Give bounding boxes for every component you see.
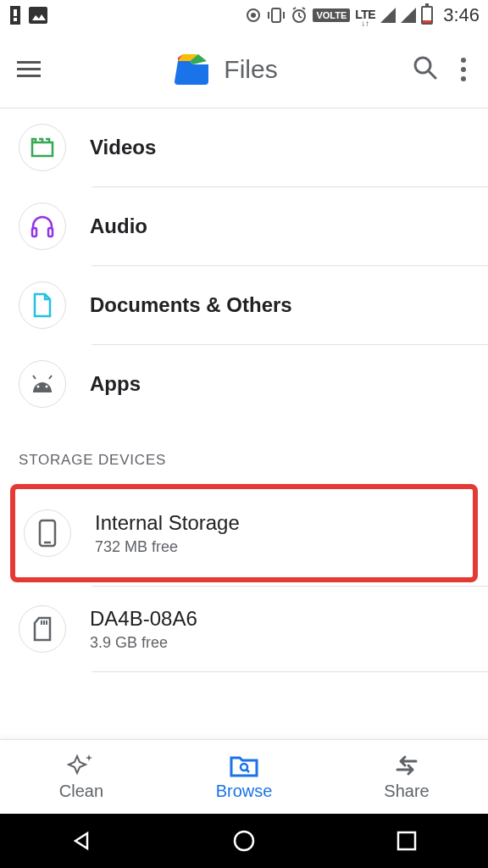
more-button[interactable]	[456, 53, 471, 86]
sparkle-icon	[67, 753, 96, 778]
status-bar: VOLTE LTE ↓↑ 3:46	[0, 0, 488, 31]
svg-rect-35	[398, 832, 415, 849]
storage-text: Internal Storage 732 MB free	[95, 511, 240, 556]
nav-browse[interactable]: Browse	[163, 740, 325, 814]
svg-point-22	[37, 386, 40, 388]
headphones-icon	[19, 203, 66, 250]
app-title: Files	[224, 55, 277, 84]
bottom-nav: Clean Browse Share	[0, 739, 488, 814]
svg-point-5	[251, 13, 256, 18]
category-documents[interactable]: Documents & Others	[0, 266, 488, 344]
storage-subtitle: 3.9 GB free	[90, 634, 197, 652]
svg-rect-1	[14, 9, 17, 16]
nav-label: Share	[384, 782, 429, 801]
nav-label: Browse	[216, 782, 273, 801]
storage-sd[interactable]: DA4B-08A6 3.9 GB free	[0, 587, 488, 671]
video-icon	[19, 124, 66, 171]
signal-2-icon	[401, 8, 416, 23]
lte-indicator: LTE ↓↑	[355, 4, 375, 26]
sd-card-icon	[19, 605, 66, 653]
menu-button[interactable]	[17, 61, 41, 77]
android-icon	[19, 360, 66, 408]
svg-line-32	[247, 770, 249, 772]
svg-point-31	[241, 764, 247, 771]
storage-section-header: STORAGE DEVICES	[0, 423, 488, 481]
battery-icon	[421, 6, 433, 25]
category-label: Documents & Others	[90, 293, 292, 317]
svg-line-12	[302, 8, 305, 9]
folder-search-icon	[229, 753, 259, 778]
document-icon	[19, 281, 66, 329]
category-label: Apps	[90, 372, 141, 396]
svg-line-24	[33, 376, 36, 379]
svg-rect-3	[29, 7, 47, 24]
alert-icon	[8, 6, 22, 25]
content-scroll[interactable]: Videos Audio Documents & Others Apps STO…	[0, 108, 488, 739]
svg-rect-7	[272, 8, 280, 22]
category-videos[interactable]: Videos	[0, 108, 488, 186]
system-nav	[0, 814, 488, 868]
alarm-icon	[291, 7, 308, 24]
svg-point-23	[46, 386, 48, 388]
svg-marker-33	[75, 833, 87, 849]
storage-subtitle: 732 MB free	[95, 538, 240, 556]
svg-rect-21	[48, 228, 53, 236]
svg-line-11	[293, 8, 296, 9]
nav-share[interactable]: Share	[325, 740, 488, 814]
recent-button[interactable]	[394, 828, 419, 854]
vibrate-icon	[267, 7, 286, 24]
status-right: VOLTE LTE ↓↑ 3:46	[245, 4, 480, 26]
svg-line-14	[299, 16, 302, 18]
status-left	[8, 6, 47, 25]
app-bar: Files	[0, 31, 488, 108]
home-button[interactable]	[231, 828, 257, 854]
storage-text: DA4B-08A6 3.9 GB free	[90, 607, 197, 652]
storage-internal[interactable]: Internal Storage 732 MB free	[15, 489, 473, 577]
swap-icon	[392, 753, 421, 778]
category-label: Videos	[90, 136, 156, 159]
storage-title: Internal Storage	[95, 511, 240, 535]
svg-line-25	[49, 376, 52, 379]
svg-rect-2	[14, 18, 17, 21]
clock: 3:46	[443, 4, 480, 26]
files-logo-icon	[175, 54, 212, 85]
hotspot-icon	[245, 7, 262, 24]
svg-point-34	[235, 832, 253, 850]
signal-1-icon	[380, 8, 396, 23]
search-button[interactable]	[412, 54, 439, 85]
image-icon	[29, 7, 47, 24]
back-button[interactable]	[69, 828, 94, 854]
storage-title: DA4B-08A6	[90, 607, 197, 631]
category-apps[interactable]: Apps	[0, 345, 488, 423]
svg-rect-20	[32, 228, 36, 236]
highlight-annotation: Internal Storage 732 MB free	[10, 484, 478, 582]
category-audio[interactable]: Audio	[0, 187, 488, 265]
category-label: Audio	[90, 214, 147, 238]
volte-badge: VOLTE	[313, 8, 350, 22]
app-title-wrap: Files	[58, 54, 395, 85]
phone-icon	[24, 509, 71, 557]
svg-line-19	[429, 71, 435, 78]
nav-clean[interactable]: Clean	[0, 740, 163, 814]
nav-label: Clean	[59, 782, 103, 801]
